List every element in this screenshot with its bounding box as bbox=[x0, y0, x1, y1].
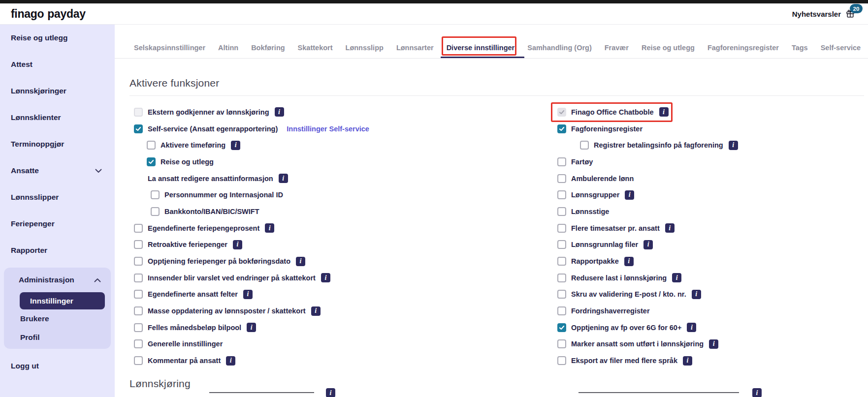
info-icon[interactable]: i bbox=[226, 356, 235, 366]
checkbox[interactable] bbox=[134, 339, 143, 348]
checkbox[interactable] bbox=[134, 356, 143, 365]
checkbox[interactable] bbox=[134, 290, 143, 299]
checkbox[interactable] bbox=[151, 190, 160, 199]
checkbox[interactable] bbox=[134, 124, 143, 133]
info-icon[interactable]: i bbox=[672, 273, 681, 282]
checkbox[interactable] bbox=[557, 306, 566, 315]
checkbox[interactable] bbox=[557, 339, 566, 348]
payroll-setting-input[interactable] bbox=[209, 383, 314, 393]
info-icon[interactable]: i bbox=[643, 240, 653, 249]
checkbox[interactable] bbox=[557, 356, 566, 365]
feature-label: Finago Office Chatboble bbox=[571, 108, 654, 116]
tab-lønnsslipp[interactable]: Lønnsslipp bbox=[346, 44, 384, 52]
checkbox[interactable] bbox=[557, 224, 566, 233]
main-area: SelskapsinnstillingerAltinnBokføringSkat… bbox=[115, 25, 868, 390]
tab-fagforeningsregister[interactable]: Fagforeningsregister bbox=[707, 44, 779, 52]
sidebar-item-terminoppgjør[interactable]: Terminoppgjør bbox=[0, 131, 115, 157]
chevron-down-icon bbox=[95, 166, 102, 175]
tab-skattekort[interactable]: Skattekort bbox=[298, 44, 333, 52]
section-title-activate-functions: Aktivere funksjoner bbox=[129, 77, 864, 89]
tab-bokføring[interactable]: Bokføring bbox=[251, 44, 285, 52]
checkbox[interactable] bbox=[557, 157, 566, 166]
info-icon[interactable]: i bbox=[665, 223, 675, 233]
tab-diverse-innstillinger[interactable]: Diverse innstillinger bbox=[447, 44, 515, 52]
sidebar-item-profil[interactable]: Profil bbox=[4, 328, 111, 347]
info-icon[interactable]: i bbox=[709, 339, 718, 349]
tab-samhandling-org[interactable]: Samhandling (Org) bbox=[527, 44, 592, 52]
checkbox[interactable] bbox=[557, 190, 566, 199]
sidebar-item-brukere[interactable]: Brukere bbox=[4, 309, 111, 328]
sidebar-item-administrasjon[interactable]: Administrasjon bbox=[4, 268, 111, 291]
checkbox[interactable] bbox=[557, 124, 566, 133]
info-icon[interactable]: i bbox=[321, 273, 330, 282]
sidebar-item-label: Ansatte bbox=[11, 166, 39, 175]
sidebar-item-lønnsslipper[interactable]: Lønnsslipper bbox=[0, 184, 115, 211]
tab-tags[interactable]: Tags bbox=[792, 44, 808, 52]
checkbox[interactable] bbox=[557, 323, 566, 332]
settings-content: Aktivere funksjoner Ekstern godkjenner a… bbox=[115, 59, 868, 390]
checkbox[interactable] bbox=[557, 240, 566, 249]
info-icon[interactable]: i bbox=[752, 388, 762, 397]
info-icon[interactable]: i bbox=[247, 323, 256, 332]
info-icon[interactable]: i bbox=[659, 107, 669, 117]
payroll-setting-input[interactable] bbox=[579, 383, 739, 393]
checkbox[interactable] bbox=[580, 141, 589, 150]
info-icon[interactable]: i bbox=[624, 257, 634, 266]
tab-reise-og-utlegg[interactable]: Reise og utlegg bbox=[642, 44, 695, 52]
feature-row: La ansatt redigere ansattinformasjoni bbox=[147, 170, 288, 187]
info-icon[interactable]: i bbox=[279, 174, 288, 183]
sidebar-item-logout[interactable]: Logg ut bbox=[0, 356, 115, 376]
info-icon[interactable]: i bbox=[233, 240, 242, 249]
tab-lønnsarter[interactable]: Lønnsarter bbox=[396, 44, 434, 52]
sidebar-item-feriepenger[interactable]: Feriepenger bbox=[0, 211, 115, 237]
checkbox[interactable] bbox=[134, 306, 143, 315]
sidebar-item-innstillinger[interactable]: Innstillinger bbox=[20, 292, 105, 309]
feature-row: Ambulerende lønn bbox=[557, 170, 634, 187]
news-alerts-button[interactable]: Nyhetsvarsler 20 bbox=[792, 9, 855, 19]
tab-altinn[interactable]: Altinn bbox=[218, 44, 238, 52]
settings-tabbar: SelskapsinnstillingerAltinnBokføringSkat… bbox=[115, 25, 868, 59]
sidebar-item-reise-og-utlegg[interactable]: Reise og utlegg bbox=[0, 25, 115, 51]
info-icon[interactable]: i bbox=[275, 107, 284, 117]
info-icon[interactable]: i bbox=[231, 141, 240, 150]
self-service-settings-link[interactable]: Innstillinger Self-service bbox=[287, 125, 369, 133]
info-icon[interactable]: i bbox=[326, 388, 335, 397]
checkbox[interactable] bbox=[134, 224, 143, 233]
checkbox[interactable] bbox=[557, 290, 566, 299]
feature-label: Opptjening av fp over 6G for 60+ bbox=[571, 324, 681, 332]
checkbox[interactable] bbox=[557, 274, 566, 282]
feature-label: Flere timesatser pr. ansatt bbox=[571, 224, 660, 232]
sidebar-item-attest[interactable]: Attest bbox=[0, 51, 115, 78]
tab-selskapsinnstillinger[interactable]: Selskapsinnstillinger bbox=[134, 44, 205, 52]
app-logo: finagopayday bbox=[11, 7, 86, 21]
tab-self-service[interactable]: Self-service bbox=[821, 44, 861, 52]
checkbox[interactable] bbox=[134, 323, 143, 332]
info-icon[interactable]: i bbox=[311, 306, 321, 316]
checkbox[interactable] bbox=[147, 141, 156, 150]
info-icon[interactable]: i bbox=[729, 141, 738, 150]
checkbox[interactable] bbox=[557, 207, 566, 216]
checkbox[interactable] bbox=[134, 240, 143, 249]
checkbox[interactable] bbox=[151, 207, 160, 216]
sidebar-item-ansatte[interactable]: Ansatte bbox=[0, 157, 115, 184]
checkbox[interactable] bbox=[134, 274, 143, 282]
sidebar-item-lønnskjøringer[interactable]: Lønnskjøringer bbox=[0, 78, 115, 104]
feature-row: Kommentar på ansatti bbox=[134, 352, 235, 369]
feature-row: Lønnsgrupperi bbox=[557, 186, 634, 203]
info-icon[interactable]: i bbox=[625, 190, 634, 200]
tab-fravær[interactable]: Fravær bbox=[605, 44, 629, 52]
gift-icon[interactable]: 20 bbox=[845, 9, 855, 19]
checkbox[interactable] bbox=[147, 157, 156, 166]
feature-label: Kommentar på ansatt bbox=[148, 357, 221, 365]
sidebar-item-lønnsklienter[interactable]: Lønnsklienter bbox=[0, 104, 115, 131]
checkbox[interactable] bbox=[557, 174, 566, 183]
sidebar-item-rapporter[interactable]: Rapporter bbox=[0, 237, 115, 264]
checkbox[interactable] bbox=[557, 257, 566, 266]
checkbox[interactable] bbox=[134, 257, 143, 266]
info-icon[interactable]: i bbox=[243, 290, 253, 299]
info-icon[interactable]: i bbox=[692, 290, 701, 299]
info-icon[interactable]: i bbox=[265, 223, 274, 233]
info-icon[interactable]: i bbox=[683, 356, 692, 366]
info-icon[interactable]: i bbox=[296, 257, 305, 266]
info-icon[interactable]: i bbox=[687, 323, 696, 332]
